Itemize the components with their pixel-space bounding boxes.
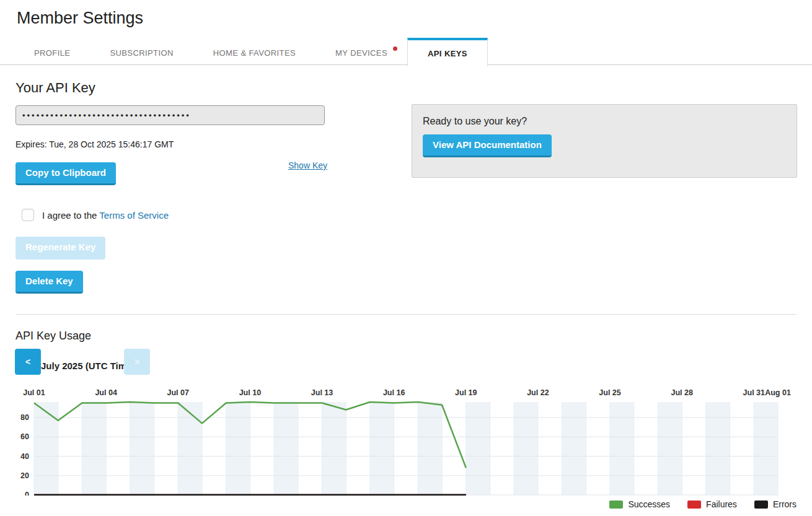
delete-key-button[interactable]: Delete Key bbox=[15, 271, 83, 294]
x-axis-tick-label: Aug 01 bbox=[765, 388, 791, 397]
legend-item-errors[interactable]: Errors bbox=[754, 499, 797, 509]
tab-profile[interactable]: PROFILE bbox=[14, 38, 90, 65]
day-band bbox=[562, 402, 586, 495]
tab-subscription-label: SUBSCRIPTION bbox=[110, 48, 173, 58]
page-title: Member Settings bbox=[17, 9, 143, 28]
api-key-masked-input[interactable] bbox=[15, 105, 325, 125]
x-axis-tick-label: Jul 25 bbox=[599, 388, 620, 397]
day-band bbox=[274, 402, 298, 495]
x-axis-tick-label: Jul 22 bbox=[527, 388, 549, 397]
tab-subscription[interactable]: SUBSCRIPTION bbox=[90, 38, 193, 65]
terms-checkbox[interactable] bbox=[22, 209, 34, 221]
chart-legend: SuccessesFailuresErrors bbox=[609, 499, 797, 509]
legend-item-failures[interactable]: Failures bbox=[687, 499, 737, 509]
terms-agree-text: I agree to the Terms of Service bbox=[42, 210, 169, 221]
legend-label: Successes bbox=[628, 499, 670, 509]
x-axis-tick-label: Jul 04 bbox=[95, 388, 117, 397]
key-expiry-text: Expires: Tue, 28 Oct 2025 15:46:17 GMT bbox=[15, 139, 174, 149]
x-axis-tick-label: Jul 16 bbox=[383, 388, 405, 397]
y-axis-tick-label: 20 bbox=[20, 471, 29, 480]
x-axis-tick-label: Jul 01 bbox=[23, 388, 45, 397]
next-month-button[interactable]: > bbox=[124, 349, 150, 375]
day-band bbox=[322, 402, 346, 495]
notification-dot-icon bbox=[393, 46, 397, 51]
y-axis-tick-label: 40 bbox=[20, 452, 29, 461]
day-band bbox=[130, 402, 154, 495]
usage-chart-svg: 020406080Jul 01Jul 04Jul 07Jul 10Jul 13J… bbox=[15, 385, 797, 496]
section-divider bbox=[15, 314, 797, 315]
tab-my-devices-label: MY DEVICES bbox=[335, 48, 387, 58]
legend-swatch-icon bbox=[687, 501, 701, 509]
month-label: July 2025 (UTC Time) bbox=[41, 361, 135, 371]
day-band bbox=[658, 402, 682, 495]
day-band bbox=[418, 402, 442, 495]
member-settings-page: Member Settings PROFILE SUBSCRIPTION HOM… bbox=[0, 0, 812, 516]
legend-swatch-icon bbox=[609, 501, 623, 509]
ready-question-text: Ready to use your key? bbox=[423, 116, 527, 127]
usage-section-title: API Key Usage bbox=[15, 330, 91, 343]
x-axis-tick-label: Jul 28 bbox=[671, 388, 692, 397]
api-key-section-title: Your API Key bbox=[15, 80, 95, 96]
terms-of-service-link[interactable]: Terms of Service bbox=[99, 210, 169, 221]
y-axis-tick-label: 0 bbox=[25, 491, 29, 496]
day-band bbox=[754, 402, 778, 495]
legend-item-successes[interactable]: Successes bbox=[609, 499, 670, 509]
day-band bbox=[34, 402, 58, 495]
tab-api-keys-label: API KEYS bbox=[428, 49, 467, 58]
show-key-link[interactable]: Show Key bbox=[288, 160, 327, 170]
legend-label: Errors bbox=[773, 499, 797, 509]
x-axis-tick-label: Jul 10 bbox=[239, 388, 261, 397]
day-band bbox=[706, 402, 730, 495]
day-band bbox=[370, 402, 394, 495]
view-api-documentation-button[interactable]: View API Documentation bbox=[423, 134, 552, 157]
regenerate-key-button[interactable]: Regenerate Key bbox=[15, 237, 105, 260]
tab-home-favorites[interactable]: HOME & FAVORITES bbox=[193, 38, 316, 65]
x-axis-tick-label: Jul 19 bbox=[455, 388, 477, 397]
previous-month-button[interactable]: < bbox=[15, 349, 41, 375]
x-axis-tick-label: Jul 31 bbox=[743, 388, 765, 397]
tab-bar: PROFILE SUBSCRIPTION HOME & FAVORITES MY… bbox=[0, 38, 812, 65]
x-axis-tick-label: Jul 07 bbox=[167, 388, 189, 397]
day-band bbox=[466, 402, 490, 495]
y-axis-tick-label: 60 bbox=[20, 432, 29, 441]
legend-label: Failures bbox=[706, 499, 737, 509]
ready-to-use-card: Ready to use your key? View API Document… bbox=[412, 104, 797, 178]
day-band bbox=[226, 402, 250, 495]
day-band bbox=[610, 402, 634, 495]
copy-to-clipboard-button[interactable]: Copy to Clipboard bbox=[15, 162, 116, 185]
tab-api-keys[interactable]: API KEYS bbox=[407, 38, 488, 66]
terms-agree-row: I agree to the Terms of Service bbox=[22, 209, 169, 221]
tab-profile-label: PROFILE bbox=[34, 48, 70, 58]
usage-chart: 020406080Jul 01Jul 04Jul 07Jul 10Jul 13J… bbox=[15, 385, 797, 496]
x-axis-tick-label: Jul 13 bbox=[311, 388, 333, 397]
day-band bbox=[178, 402, 202, 495]
tab-home-favorites-label: HOME & FAVORITES bbox=[213, 48, 296, 58]
day-band bbox=[82, 402, 106, 495]
day-band bbox=[514, 402, 538, 495]
legend-swatch-icon bbox=[754, 501, 768, 509]
tab-my-devices[interactable]: MY DEVICES bbox=[316, 38, 407, 65]
agree-prefix-text: I agree to the bbox=[42, 210, 99, 221]
y-axis-tick-label: 80 bbox=[20, 413, 29, 422]
